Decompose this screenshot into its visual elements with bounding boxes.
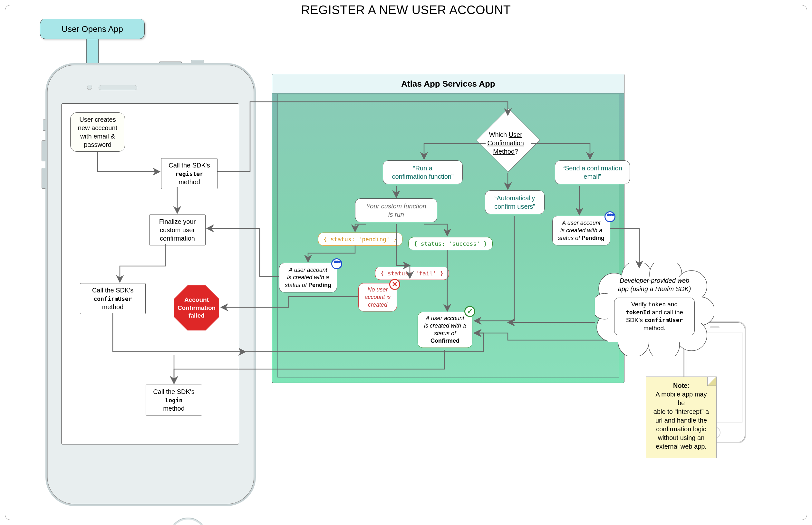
diagram-canvas: REGISTER A NEW USER ACCOUNT User Opens A… (5, 5, 807, 520)
text: Verify (631, 301, 648, 308)
branch-auto-confirm: “Automatically confirm users” (485, 190, 545, 214)
note-text: confirmation logic (656, 425, 706, 433)
status-pending-pill: { status: 'pending' } (318, 232, 402, 246)
step-text: Call the SDK's (92, 287, 133, 294)
text: status of (434, 330, 456, 336)
ellipsis-icon: ••• (331, 258, 342, 269)
text: is run (388, 211, 404, 218)
step-call-register: Call the SDK's register method (161, 158, 218, 189)
status-success-pill: { status: 'success' } (408, 237, 493, 250)
note-text: without using an (658, 434, 705, 441)
fail-octagon: Account Confirmation failed (174, 285, 219, 330)
phone-silence-switch (43, 120, 45, 131)
page-title: REGISTER A NEW USER ACCOUNT (5, 3, 807, 17)
text: A user account (562, 220, 600, 226)
status-text: { status: 'success' } (414, 240, 487, 247)
step-text: method (102, 303, 124, 311)
close-icon: ✕ (389, 279, 400, 290)
cloud-inner-box: Verify token and tokenId and call the SD… (614, 298, 695, 335)
note-fold-icon (707, 377, 716, 386)
note-text: url and handle the (655, 417, 707, 424)
atlas-header: Atlas App Services App (272, 74, 624, 93)
status-text: { status: 'fail' } (381, 270, 443, 277)
phone-volume-up-button (42, 140, 45, 161)
text: A user account (426, 315, 464, 321)
step-text: with email & (80, 133, 115, 140)
branch-text: confirmation function” (392, 173, 453, 180)
text: status of (558, 235, 581, 241)
decision-text: ? (515, 148, 518, 155)
start-label: User Opens App (61, 24, 123, 34)
phone-camera-icon (87, 85, 92, 90)
branch-text: “Send a confirmation (563, 165, 622, 172)
step-text: new acccount (78, 124, 117, 131)
step-text: password (84, 141, 112, 148)
note-text: able to “intercept” a (653, 408, 709, 415)
text: No user (367, 286, 388, 293)
step-text: method (178, 178, 200, 185)
confirmed-account-box: A user account is created with a status … (418, 312, 472, 348)
custom-function-run: Your custom function is run (355, 198, 437, 222)
step-text: Call the SDK's (168, 162, 210, 169)
text: and call the (650, 309, 683, 316)
step-text: User creates (79, 116, 116, 123)
branch-run-function: “Run a confirmation function” (383, 161, 463, 184)
note-text: A mobile app may be (656, 391, 707, 406)
fail-text: Account (184, 296, 209, 303)
confirmed-bold: Confirmed (430, 338, 459, 344)
text: Developer-provided web (620, 277, 689, 284)
note-text: external web app. (656, 443, 707, 450)
text: app (using a Realm SDK) (618, 285, 691, 292)
code-register: register (175, 170, 203, 177)
text: created (368, 301, 387, 308)
code-confirmuser: confirmUser (645, 317, 683, 324)
code-token: token (648, 301, 666, 308)
text: is created with a (424, 322, 466, 329)
branch-text: confirm users” (494, 203, 535, 210)
text: method. (644, 325, 666, 331)
step-create-account: User creates new acccount with email & p… (70, 112, 125, 152)
code-confirmuser: confirmUser (93, 295, 132, 302)
note-sticky: Note: A mobile app may be able to “inter… (646, 376, 717, 458)
code-login: login (165, 397, 182, 404)
status-fail-pill: { status: 'fail' } (375, 267, 449, 280)
text: is created with a (287, 274, 329, 281)
pending-bold: Pending (308, 282, 331, 288)
phone-home-button (169, 518, 207, 525)
text: account is (365, 294, 390, 300)
phone-power-button (191, 60, 204, 63)
fail-text: failed (189, 312, 205, 319)
start-user-opens-app: User Opens App (40, 19, 145, 39)
text: Your custom function (366, 202, 426, 210)
step-text: confirmation (160, 235, 195, 242)
branch-text: “Automatically (494, 195, 535, 201)
text: A user account (289, 267, 327, 273)
email-pending-box: A user account is created with a status … (552, 216, 610, 245)
check-icon: ✓ (464, 306, 475, 317)
code-tokenid: tokenId (626, 309, 650, 316)
text: is created with a (560, 227, 602, 234)
step-text: method (163, 405, 184, 412)
branch-send-email: “Send a confirmation email” (555, 161, 630, 184)
decision-text: Which (489, 131, 507, 138)
status-text: { status: 'pending' } (324, 236, 397, 242)
step-finalize-confirmation: Finalize your custom user confirmation (149, 214, 206, 245)
ellipsis-icon: ••• (605, 211, 616, 222)
cloud-title: Developer-provided web app (using a Real… (608, 276, 701, 293)
text: and (666, 301, 678, 308)
step-call-confirmuser: Call the SDK's confirmUser method (80, 283, 146, 314)
phone-speaker-icon (99, 85, 137, 90)
step-text: Call the SDK's (153, 388, 194, 395)
note-heading: Note (673, 382, 687, 389)
pending-account-box: A user account is created with a status … (279, 263, 337, 292)
text: status of (285, 282, 308, 288)
step-text: Finalize your (159, 218, 196, 225)
fail-text: Confirmation (178, 304, 216, 311)
branch-text: email” (584, 173, 601, 180)
text: SDK's (626, 317, 645, 324)
phone-volume-down-button (42, 168, 45, 189)
step-text: custom user (160, 226, 195, 234)
pending-bold: Pending (581, 235, 605, 241)
step-call-login: Call the SDK's login method (146, 385, 202, 416)
fail-octagon-body: Account Confirmation failed (174, 285, 219, 330)
